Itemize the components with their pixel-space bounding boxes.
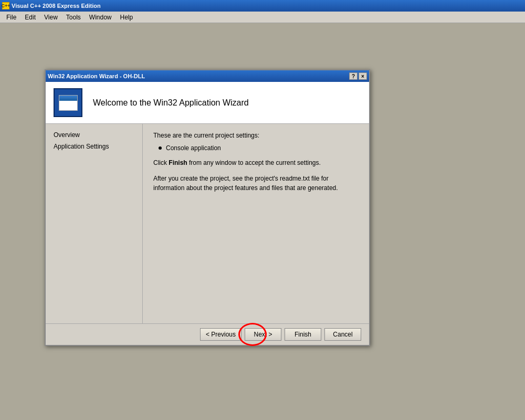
finish-prefix: Click [153,159,169,166]
dialog-content: These are the current project settings: … [143,124,369,323]
dialog-title: Win32 Application Wizard - OH-DLL [48,73,145,79]
finish-bold: Finish [169,159,187,166]
dialog-welcome-title: Welcome to the Win32 Application Wizard [93,98,249,108]
wizard-dialog: Win32 Application Wizard - OH-DLL ? × We… [45,69,370,346]
workspace: Win32 Application Wizard - OH-DLL ? × We… [0,23,525,420]
prev-button[interactable]: < Previous [200,328,242,341]
next-button[interactable]: Next > [245,328,281,341]
menu-edit[interactable]: Edit [20,13,40,22]
cancel-button[interactable]: Cancel [324,328,361,341]
dialog-titlebar: Win32 Application Wizard - OH-DLL ? × [46,70,369,82]
dialog-header: Welcome to the Win32 Application Wizard [46,82,369,124]
dialog-footer: < Previous Next > Finish Cancel [46,323,369,345]
finish-button[interactable]: Finish [285,328,321,341]
dialog-logo [54,88,82,117]
dialog-close-button[interactable]: × [359,72,367,80]
bullet-text: Console application [166,144,221,152]
menu-view[interactable]: View [40,13,62,22]
sidebar-item-overview[interactable]: Overview [46,129,142,141]
dialog-help-button[interactable]: ? [349,72,358,80]
dialog-titlebar-buttons: ? × [349,72,367,80]
finish-instruction: Click Finish from any window to accept t… [153,158,359,167]
bullet-console-app: Console application [153,144,359,152]
dialog-sidebar: Overview Application Settings [46,124,143,323]
next-button-wrapper: Next > [245,328,281,341]
app-titlebar: C++ Visual C++ 2008 Express Edition [0,0,525,12]
sidebar-item-app-settings[interactable]: Application Settings [46,141,142,152]
logo-inner [59,95,78,111]
app-title: Visual C++ 2008 Express Edition [12,3,101,9]
menubar: File Edit View Tools Window Help [0,12,525,23]
menu-window[interactable]: Window [85,13,116,22]
menu-file[interactable]: File [2,13,20,22]
menu-help[interactable]: Help [116,13,138,22]
app-icon: C++ [2,2,9,9]
finish-suffix: from any window to accept the current se… [187,159,321,166]
menu-tools[interactable]: Tools [62,13,85,22]
bullet-dot [159,146,162,150]
readme-note: After you create the project, see the pr… [153,174,359,193]
current-settings-label: These are the current project settings: [153,132,359,139]
dialog-body: Overview Application Settings These are … [46,124,369,323]
